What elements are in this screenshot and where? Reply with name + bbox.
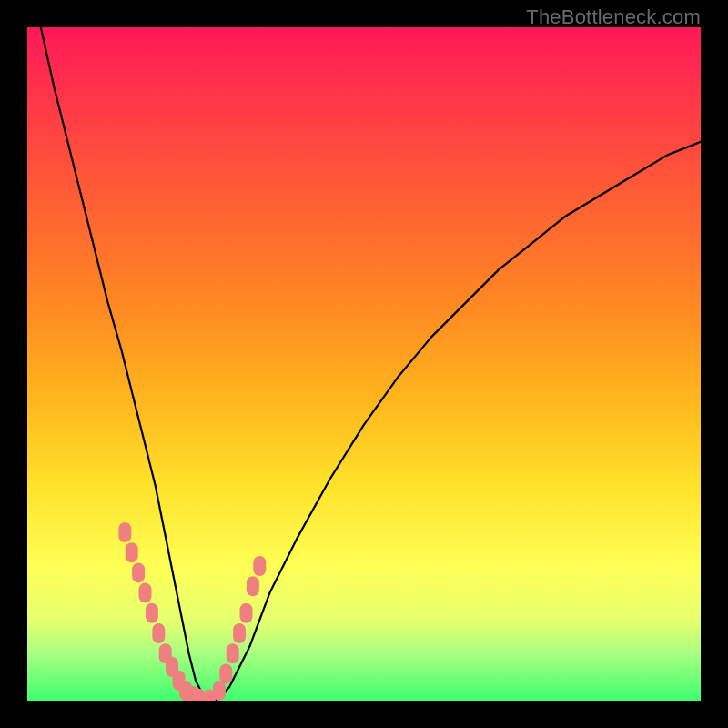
marker-dot (227, 643, 239, 663)
marker-dot (213, 681, 226, 701)
marker-dot (219, 663, 232, 683)
chart-frame: TheBottleneck.com (0, 0, 728, 728)
watermark-text: TheBottleneck.com (526, 5, 701, 29)
marker-dot (146, 603, 158, 623)
marker-dot (152, 623, 165, 643)
highlight-markers (118, 522, 266, 701)
chart-svg (27, 27, 701, 701)
marker-dot (247, 576, 259, 596)
marker-dot (233, 623, 246, 643)
marker-dot (240, 603, 253, 623)
marker-dot (126, 542, 138, 562)
marker-dot (139, 583, 152, 603)
marker-dot (132, 562, 145, 582)
plot-area (27, 27, 701, 701)
marker-dot (253, 556, 266, 576)
marker-dot (118, 522, 131, 542)
